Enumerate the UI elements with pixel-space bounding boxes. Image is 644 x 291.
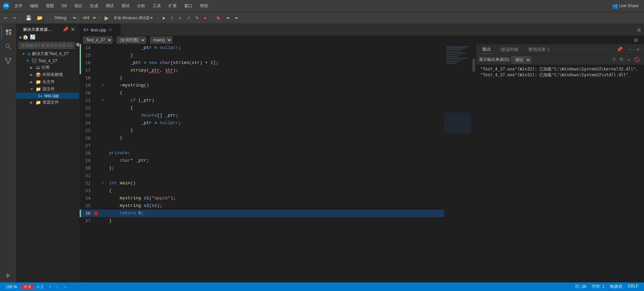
- svg-line-5: [9, 47, 11, 49]
- code-content-34: mystring s1("apple");: [107, 195, 178, 202]
- split-editor-button[interactable]: ⊞: [634, 25, 644, 36]
- ext-deps-icon: 📦: [36, 72, 41, 77]
- status-tabs[interactable]: 制表符: [607, 284, 625, 290]
- activity-debug[interactable]: [1, 269, 15, 282]
- undo-button[interactable]: ↩: [2, 15, 9, 21]
- tree-external-deps[interactable]: ▶ 📦 外部依赖项: [16, 71, 79, 78]
- step-out-button[interactable]: ↗: [185, 15, 192, 21]
- tree-sources[interactable]: ▼ 📁 源文件: [16, 85, 79, 93]
- continue-button[interactable]: ▶: [161, 15, 167, 21]
- nav-sync-icon[interactable]: 🔄: [30, 34, 36, 40]
- tree-resources[interactable]: ▶ 📁 资源文件: [16, 99, 79, 106]
- restart-button[interactable]: ↻: [193, 15, 201, 21]
- output-filter-icon[interactable]: ⧉: [618, 56, 625, 63]
- code-content-15: }: [107, 52, 135, 59]
- tree-headers[interactable]: ▶ 📁 头文件: [16, 78, 79, 85]
- menu-tools[interactable]: 工具: [150, 2, 164, 10]
- menu-debug[interactable]: 调试: [103, 2, 117, 10]
- output-clear-icon[interactable]: 🚫: [633, 56, 641, 63]
- activity-explorer[interactable]: [1, 25, 15, 39]
- code-editor[interactable]: 14 _ptr = nullptr; 15 }: [80, 44, 476, 282]
- breadcrumb-file-select[interactable]: Test_4_27: [83, 37, 112, 43]
- menu-extensions[interactable]: 扩展: [166, 2, 179, 10]
- line-num-32: 32: [81, 180, 93, 187]
- status-nav-up[interactable]: ↑: [46, 282, 53, 291]
- code-scroll-area[interactable]: 14 _ptr = nullptr; 15 }: [80, 44, 444, 282]
- ext-deps-label: 外部依赖项: [42, 72, 63, 78]
- menu-analyze[interactable]: 分析: [134, 2, 148, 10]
- menu-help[interactable]: 帮助: [197, 2, 211, 10]
- status-warnings[interactable]: ⚠ 2: [33, 285, 46, 289]
- close-sidebar-icon[interactable]: ✕: [71, 27, 75, 32]
- panel-tab-errors[interactable]: 错误列表: [498, 45, 521, 54]
- search-input[interactable]: [18, 42, 75, 49]
- tree-project[interactable]: ▼ ⬛ Test_4_27: [16, 57, 79, 64]
- menu-build[interactable]: 生成: [87, 2, 101, 10]
- toolbar-separator-3: [100, 14, 100, 21]
- debug-target-button[interactable]: 本地 Windows 调试器 ▾: [111, 14, 155, 22]
- output-wrap-icon[interactable]: ↵: [626, 56, 631, 63]
- panel-pin-icon[interactable]: 📌: [615, 46, 624, 53]
- breadcrumb-split-icon[interactable]: ⊞: [631, 37, 641, 43]
- search-icon[interactable]: 🔍: [76, 43, 80, 48]
- fold-col-21[interactable]: ▽: [99, 97, 107, 104]
- breadcrumb-function-select[interactable]: main(): [150, 37, 172, 43]
- open-button[interactable]: 📂: [35, 14, 45, 22]
- live-share-button[interactable]: 👥 Live Share: [609, 2, 641, 10]
- code-row-34: 34 mystring s1("apple");: [80, 195, 444, 202]
- tab-close-icon[interactable]: ✕: [108, 27, 112, 32]
- headers-expand-icon: ▶: [30, 80, 34, 84]
- code-row-25: 25 }: [80, 127, 444, 134]
- fold-col-33: [99, 187, 107, 195]
- tab-test-cpp[interactable]: C+ test.cpp ✕: [80, 24, 121, 36]
- bookmark-next-button[interactable]: ➡: [233, 15, 240, 21]
- tree-solution[interactable]: ▼ ◈ 解决方案'Test_4_27': [16, 50, 79, 57]
- menu-file[interactable]: 文件: [12, 2, 25, 10]
- activity-search[interactable]: [1, 40, 15, 53]
- save-button[interactable]: 💾: [24, 14, 33, 22]
- pin-icon[interactable]: 📌: [63, 27, 69, 32]
- tree-references[interactable]: ▶ 🗂 引用: [16, 64, 79, 71]
- menu-window[interactable]: 窗口: [182, 2, 195, 10]
- menu-edit[interactable]: 编辑: [27, 2, 41, 10]
- panel-close-icon[interactable]: ✕: [635, 46, 641, 53]
- scrollbar-thumb[interactable]: [472, 58, 475, 72]
- activity-git[interactable]: [1, 54, 15, 68]
- status-nav-left[interactable]: ←: [61, 282, 70, 291]
- step-into-button[interactable]: ↙: [176, 15, 184, 21]
- output-line-1: "Test_4_27.exe"(Win32): 已加载"C:\Windows\S…: [480, 66, 640, 72]
- nav-home-icon[interactable]: 🏠: [23, 34, 28, 40]
- panel-minimize-icon[interactable]: −: [627, 46, 632, 53]
- redo-button[interactable]: ↪: [11, 15, 18, 21]
- stop-button[interactable]: ■: [202, 15, 209, 21]
- status-encoding[interactable]: CRLF: [625, 284, 641, 289]
- line-num-37: 37: [81, 217, 93, 225]
- output-copy-icon[interactable]: ⎘: [612, 56, 617, 63]
- panel-tab-find[interactable]: 查找结果 1: [525, 45, 552, 54]
- nav-back-icon[interactable]: ◀: [18, 34, 21, 40]
- editor-and-output: C+ test.cpp ✕ ⊞ Test_4_27 › (全局范围) › mai…: [80, 24, 644, 282]
- vertical-scrollbar[interactable]: [471, 44, 476, 282]
- status-nav-down[interactable]: ↓: [53, 282, 61, 291]
- status-row[interactable]: 行: 36: [573, 284, 589, 290]
- step-over-button[interactable]: ⤵: [169, 15, 175, 21]
- output-source-select[interactable]: 调试: [511, 56, 531, 63]
- bookmark-button[interactable]: 🔖: [214, 15, 223, 21]
- breadcrumb-scope-select[interactable]: (全局范围): [117, 37, 146, 43]
- tree-file-test-cpp[interactable]: C+ test.cpp: [16, 93, 79, 99]
- menu-git[interactable]: Git: [59, 2, 69, 10]
- status-zoom[interactable]: 106 %: [3, 282, 20, 291]
- menu-view[interactable]: 视图: [43, 2, 57, 10]
- arch-select[interactable]: x64 x86: [79, 14, 97, 22]
- start-debug-button[interactable]: ▶: [103, 14, 110, 22]
- breakpoint-col-20: [93, 89, 99, 97]
- menu-test[interactable]: 测试: [119, 2, 132, 10]
- status-errors[interactable]: ✕ 0: [21, 285, 33, 289]
- bookmark-prev-button[interactable]: ⬅: [224, 15, 231, 21]
- status-col[interactable]: 字符: 1: [589, 284, 607, 290]
- panel-tab-output[interactable]: 输出: [480, 45, 494, 54]
- menu-project[interactable]: 项目: [71, 2, 85, 10]
- debug-config-select[interactable]: Debug Release: [51, 14, 78, 22]
- fold-col-19[interactable]: ▽: [99, 82, 107, 89]
- fold-col-32[interactable]: ▽: [99, 180, 107, 187]
